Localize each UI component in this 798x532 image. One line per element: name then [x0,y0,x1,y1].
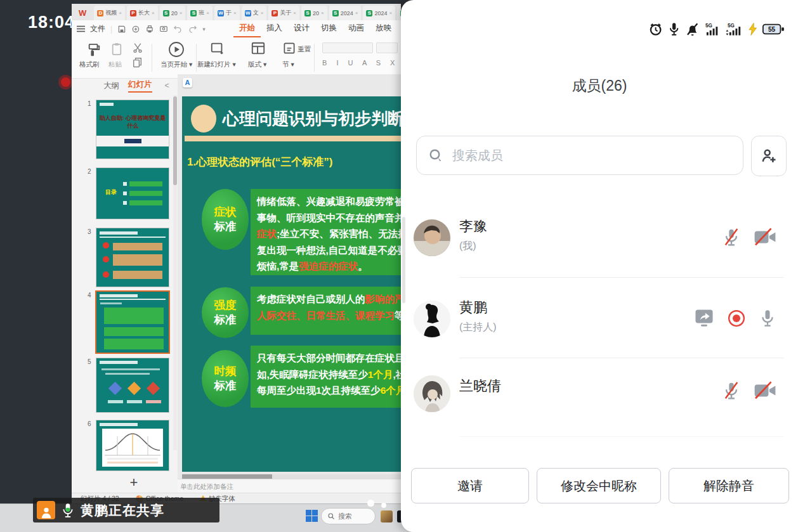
undo-icon[interactable] [173,25,183,33]
preview-icon[interactable] [159,25,168,34]
paste-label[interactable]: 粘贴 [108,60,122,69]
taskbar-search[interactable]: 搜索 [321,508,376,524]
windows-start-icon[interactable] [306,510,318,522]
close-icon[interactable]: × [321,10,324,16]
ribbon-tab-设计[interactable]: 设计 [288,20,315,37]
paste-icon[interactable] [111,42,122,56]
decor [129,181,162,186]
document-tab[interactable]: D视频× [94,6,125,20]
member-row[interactable]: 兰晓倩 [414,359,785,432]
doc-tab-label: 2024 [341,10,353,16]
notes-placeholder[interactable]: 单击此处添加备注 [178,479,401,493]
slide-title: 心理问题识别与初步判断 [223,108,401,130]
doc-type-icon: D [97,10,103,16]
document-tab[interactable]: S20× [301,6,327,20]
ribbon-tab-切换[interactable]: 切换 [315,20,343,37]
document-tab[interactable]: S班× [187,6,213,20]
document-tab[interactable]: W于× [214,6,240,20]
slide-thumbnail-6[interactable] [96,420,169,470]
decor [104,327,164,336]
member-row[interactable]: 李豫 (我) [414,198,785,278]
signal-5g-icon-2: 5G [726,22,743,37]
thumb-number: 6 [88,420,91,427]
member-row[interactable]: 黄鹏 (主持人) [414,279,785,359]
close-icon[interactable]: × [206,10,209,16]
reset-icon[interactable] [282,41,296,55]
redo-icon[interactable] [188,25,197,33]
add-slide-button[interactable]: + [124,474,143,491]
export-icon[interactable] [131,25,140,34]
document-tab[interactable]: S2024× [329,6,362,20]
ribbon-tab-放映[interactable]: 放映 [370,20,397,37]
text-format-buttons[interactable]: B I U A S X [322,59,398,67]
slide-thumbnail-5[interactable] [96,358,169,412]
font-size-dropdown[interactable] [376,42,398,53]
badge-top: 时频 [214,364,237,379]
layout-label[interactable]: 版式 ▾ [248,60,266,69]
tab-slides[interactable]: 幻灯片 [128,79,152,93]
file-menu[interactable]: 文件 [90,23,105,34]
document-tab[interactable]: P长大× [127,6,158,20]
ribbon-tab-开始[interactable]: 开始 [233,20,261,37]
slide-thumbnail-3[interactable] [96,228,169,287]
document-tab[interactable]: W文× [242,6,267,20]
hamburger-menu-icon[interactable] [77,25,85,32]
panel-scrollbar-thumb[interactable] [402,217,405,303]
close-icon[interactable]: × [389,10,392,16]
invite-button[interactable]: 邀请 [411,468,529,503]
thumbnail-scrollbar-thumb[interactable] [173,96,177,185]
close-icon[interactable]: × [180,10,183,16]
decor [105,373,150,375]
chevron-down-icon[interactable]: ▾ [202,26,206,32]
new-slide-icon[interactable] [210,41,225,56]
close-icon[interactable]: × [119,10,122,16]
slide-thumbnail-1[interactable]: 助人自助: 心理咨询究竟是什么 [96,100,169,159]
layout-icon[interactable] [251,41,266,56]
carousel-dot [367,500,374,507]
clock-time: 18:04 [28,13,75,32]
print-icon[interactable] [145,25,154,34]
slide-thumbnail-2[interactable]: 目录 [96,168,169,219]
taskbar-app-icon-game[interactable] [381,510,393,522]
new-slide-label[interactable]: 新建幻灯片 ▾ [197,60,236,69]
close-icon[interactable]: × [233,10,237,16]
format-painter-label[interactable]: 格式刷 [79,60,100,69]
reset-label[interactable]: 重置 [298,45,311,54]
document-tab[interactable]: P关于× [268,6,299,20]
slide-hscrollbar-thumb[interactable] [182,474,272,479]
avatar-sketch [414,375,450,412]
cut-icon[interactable] [133,42,143,53]
add-member-button[interactable] [751,136,787,176]
decor [123,182,127,186]
play-from-slide-label[interactable]: 当页开始 ▾ [160,60,192,69]
close-icon[interactable]: × [355,10,358,16]
document-tab[interactable]: W [73,6,92,20]
slide-text-line: 复出现一种想法,自己知道是不必要的甚 [257,242,401,259]
change-nickname-button[interactable]: 修改会中昵称 [537,468,661,503]
member-search-input[interactable] [451,148,707,164]
save-icon[interactable] [117,25,126,34]
collapse-pane-chevron[interactable]: < [165,81,169,90]
unmute-button[interactable]: 解除静音 [669,468,789,503]
member-name: 黄鹏 [459,298,487,317]
play-from-slide-icon[interactable] [168,41,185,58]
wps-assistant-icon[interactable]: A [183,78,192,88]
ribbon-tab-动画[interactable]: 动画 [343,20,370,37]
close-icon[interactable]: × [152,10,155,16]
close-icon[interactable]: × [261,10,264,16]
mic-on-icon [759,308,776,328]
active-mic-icon [62,502,74,519]
font-name-dropdown[interactable] [322,42,373,53]
member-search-box[interactable] [416,136,743,175]
format-painter-icon[interactable] [87,42,101,58]
slide-thumbnail-4-selected[interactable] [96,292,169,353]
ribbon-tab-插入[interactable]: 插入 [261,20,288,37]
copy-icon[interactable] [133,58,142,68]
document-tab[interactable]: S20× [160,6,186,20]
close-icon[interactable]: × [293,10,296,16]
decor [128,382,141,395]
tab-outline[interactable]: 大纲 [103,81,119,91]
document-tab[interactable]: S2024× [363,6,395,20]
badge-intensity-standard: 强度 标准 [202,287,249,338]
section-label[interactable]: 节 ▾ [282,60,294,69]
